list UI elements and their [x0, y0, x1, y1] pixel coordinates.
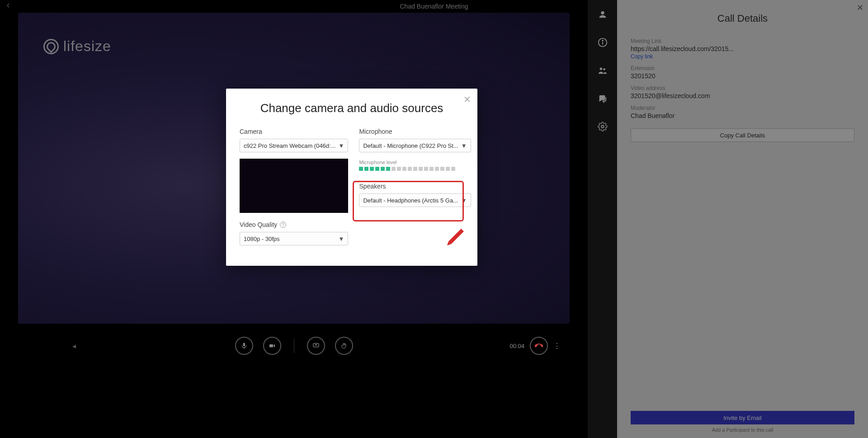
layout-toggle[interactable]: ◂: [72, 342, 76, 350]
moderator-value: Chad Buenaflor: [631, 112, 854, 119]
svg-point-10: [603, 68, 605, 71]
speakers-label: Speakers: [359, 183, 471, 190]
meeting-link-value: https://call.lifesizecloud.com/32015...: [631, 45, 854, 52]
video-address-value: 3201520@lifesizecloud.com: [631, 92, 854, 99]
help-icon[interactable]: ?: [280, 221, 286, 228]
mic-level-bar: [413, 167, 417, 171]
mic-level-bar: [359, 167, 363, 171]
svg-point-5: [601, 11, 604, 14]
close-panel-button[interactable]: ✕: [857, 3, 863, 13]
invite-by-email-button[interactable]: Invite by Email: [631, 411, 854, 424]
microphone-select[interactable]: Default - Microphone (C922 Pro St... ▼: [359, 139, 471, 152]
svg-rect-1: [269, 344, 273, 348]
call-details-panel: ✕ Call Details Meeting Link https://call…: [617, 0, 868, 438]
side-tabstrip: [588, 0, 617, 438]
chevron-down-icon: ▼: [339, 235, 344, 242]
meeting-link-label: Meeting Link: [631, 38, 854, 44]
microphone-label: Microphone: [359, 128, 471, 135]
mic-level-bar: [446, 167, 450, 171]
camera-preview: [240, 159, 348, 213]
modal-close-button[interactable]: ✕: [463, 94, 471, 105]
mic-level-bar: [440, 167, 444, 171]
raise-hand-button[interactable]: [335, 337, 353, 355]
mic-level-bar: [375, 167, 379, 171]
speakers-select[interactable]: Default - Headphones (Arctis 5 Ga... ▼: [359, 193, 471, 207]
hangup-button[interactable]: [530, 337, 548, 355]
svg-point-9: [599, 68, 602, 71]
logo-text: lifesize: [63, 38, 111, 55]
video-quality-value: 1080p - 30fps: [244, 235, 336, 242]
mic-level-bar: [435, 167, 439, 171]
mic-level-bar: [402, 167, 406, 171]
brand-logo: lifesize: [43, 38, 111, 55]
modal-title: Change camera and audio sources: [240, 101, 464, 115]
mic-level-bar: [408, 167, 412, 171]
mic-level-bar: [419, 167, 423, 171]
back-button[interactable]: [5, 2, 12, 11]
mic-level-label: Microphone level: [359, 160, 471, 165]
svg-point-8: [602, 40, 603, 41]
mic-level-bar: [451, 167, 455, 171]
mute-mic-button[interactable]: [235, 337, 253, 355]
extension-value: 3201520: [631, 72, 854, 80]
more-options-button[interactable]: ⋮: [553, 342, 561, 350]
mic-level-bar: [397, 167, 401, 171]
tab-participants[interactable]: [596, 8, 609, 21]
camera-label: Camera: [240, 128, 348, 135]
svg-marker-2: [274, 344, 275, 348]
copy-link-button[interactable]: Copy link: [631, 53, 854, 60]
mic-level-bar: [381, 167, 385, 171]
chevron-down-icon: ▼: [461, 142, 467, 149]
mute-camera-button[interactable]: [263, 337, 281, 355]
speakers-value: Default - Headphones (Arctis 5 Ga...: [363, 197, 458, 204]
panel-title: Call Details: [631, 13, 854, 24]
mic-level-bar: [424, 167, 428, 171]
mic-level-bar: [370, 167, 374, 171]
extension-label: Extension: [631, 65, 854, 71]
mic-level-meter: [359, 167, 471, 171]
chevron-down-icon: ▼: [339, 142, 344, 149]
tab-settings[interactable]: [596, 120, 609, 133]
mic-level-bar: [429, 167, 434, 171]
mic-level-bar: [392, 167, 396, 171]
tab-info[interactable]: [596, 36, 609, 49]
sources-modal: ✕ Change camera and audio sources Camera…: [226, 89, 477, 266]
camera-select-value: c922 Pro Stream Webcam (046d:...: [244, 142, 336, 149]
share-screen-button[interactable]: [307, 337, 325, 355]
copy-call-details-button[interactable]: Copy Call Details: [631, 128, 854, 142]
video-quality-select[interactable]: 1080p - 30fps ▼: [240, 232, 348, 245]
chevron-down-icon: ▼: [461, 197, 467, 204]
camera-select[interactable]: c922 Pro Stream Webcam (046d:... ▼: [240, 139, 348, 152]
mic-level-bar: [364, 167, 368, 171]
call-controls: ◂ 00:04 ⋮: [0, 325, 588, 366]
moderator-label: Moderator: [631, 105, 854, 111]
tab-people[interactable]: [596, 64, 609, 77]
logo-mark-icon: [43, 39, 59, 54]
microphone-value: Default - Microphone (C922 Pro St...: [363, 142, 458, 149]
mic-level-bar: [386, 167, 390, 171]
video-address-label: Video address: [631, 85, 854, 91]
tab-chat[interactable]: [596, 92, 609, 105]
video-quality-label: Video Quality ?: [240, 221, 348, 228]
divider: [294, 339, 294, 353]
footer-note: Add a Participant to this call: [631, 427, 854, 433]
svg-point-11: [601, 125, 604, 128]
call-timer: 00:04: [509, 343, 524, 349]
